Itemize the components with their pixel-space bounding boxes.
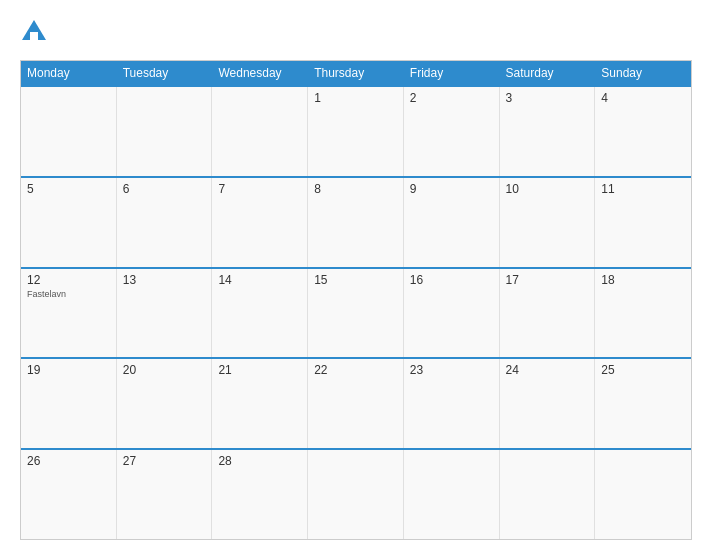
day-number: 16 [410,273,493,287]
day-number: 9 [410,182,493,196]
day-number: 15 [314,273,397,287]
day-cell [500,450,596,539]
day-cell: 23 [404,359,500,448]
day-number: 8 [314,182,397,196]
day-cell: 19 [21,359,117,448]
svg-rect-2 [30,32,38,40]
day-number: 1 [314,91,397,105]
day-name-monday: Monday [21,61,117,85]
day-number: 6 [123,182,206,196]
day-number: 12 [27,273,110,287]
day-number: 25 [601,363,685,377]
day-cell: 3 [500,87,596,176]
logo [20,18,52,50]
week-row-1: 1234 [21,85,691,176]
day-cell: 7 [212,178,308,267]
day-cell: 16 [404,269,500,358]
day-number: 17 [506,273,589,287]
day-name-tuesday: Tuesday [117,61,213,85]
day-cell [21,87,117,176]
day-cell: 12Fastelavn [21,269,117,358]
day-cell: 28 [212,450,308,539]
day-number: 14 [218,273,301,287]
day-number: 21 [218,363,301,377]
event-label: Fastelavn [27,289,110,299]
day-cell [595,450,691,539]
day-cell: 8 [308,178,404,267]
day-cell: 24 [500,359,596,448]
day-number: 4 [601,91,685,105]
page: MondayTuesdayWednesdayThursdayFridaySatu… [0,0,712,550]
header [20,18,692,50]
day-number: 27 [123,454,206,468]
day-number: 13 [123,273,206,287]
day-cell: 4 [595,87,691,176]
day-number: 7 [218,182,301,196]
day-cell: 2 [404,87,500,176]
day-cell [404,450,500,539]
day-name-wednesday: Wednesday [212,61,308,85]
day-cell: 21 [212,359,308,448]
week-row-3: 12Fastelavn131415161718 [21,267,691,358]
day-cell: 10 [500,178,596,267]
day-number: 23 [410,363,493,377]
day-cell: 13 [117,269,213,358]
day-cell: 27 [117,450,213,539]
logo-icon [20,18,48,50]
day-cell: 17 [500,269,596,358]
day-number: 26 [27,454,110,468]
day-name-thursday: Thursday [308,61,404,85]
day-number: 11 [601,182,685,196]
day-number: 22 [314,363,397,377]
day-cell: 5 [21,178,117,267]
day-number: 20 [123,363,206,377]
day-cell: 14 [212,269,308,358]
week-row-2: 567891011 [21,176,691,267]
day-number: 10 [506,182,589,196]
day-cell: 20 [117,359,213,448]
days-header: MondayTuesdayWednesdayThursdayFridaySatu… [21,61,691,85]
day-cell [212,87,308,176]
day-cell: 18 [595,269,691,358]
day-cell: 9 [404,178,500,267]
day-number: 5 [27,182,110,196]
day-number: 3 [506,91,589,105]
day-number: 24 [506,363,589,377]
weeks: 123456789101112Fastelavn1314151617181920… [21,85,691,539]
day-cell: 25 [595,359,691,448]
day-number: 18 [601,273,685,287]
day-cell: 1 [308,87,404,176]
day-cell: 15 [308,269,404,358]
day-number: 19 [27,363,110,377]
day-cell: 6 [117,178,213,267]
day-number: 28 [218,454,301,468]
week-row-4: 19202122232425 [21,357,691,448]
day-name-friday: Friday [404,61,500,85]
day-cell: 22 [308,359,404,448]
day-name-sunday: Sunday [595,61,691,85]
day-cell: 26 [21,450,117,539]
week-row-5: 262728 [21,448,691,539]
day-name-saturday: Saturday [500,61,596,85]
day-cell: 11 [595,178,691,267]
day-cell [308,450,404,539]
calendar: MondayTuesdayWednesdayThursdayFridaySatu… [20,60,692,540]
day-cell [117,87,213,176]
day-number: 2 [410,91,493,105]
